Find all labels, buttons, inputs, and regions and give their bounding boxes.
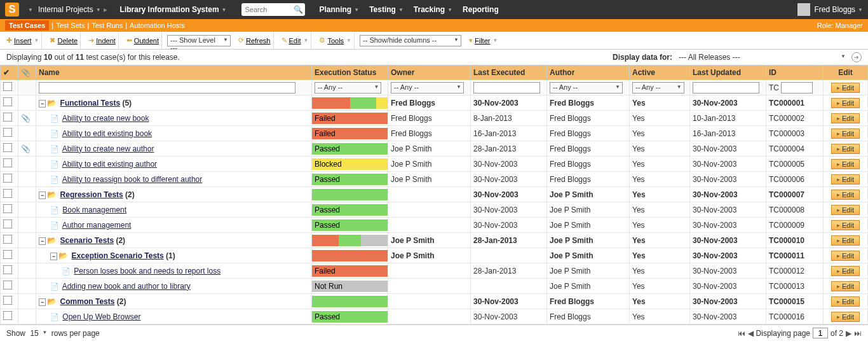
row-name-link[interactable]: Exception Scenario Tests <box>72 251 164 260</box>
row-name-link[interactable]: Common Tests <box>60 297 115 306</box>
row-edit-button[interactable]: Edit <box>831 174 860 184</box>
next-page-icon[interactable]: ▶ <box>846 329 851 338</box>
row-edit-button[interactable]: Edit <box>831 296 860 307</box>
tab-test-cases[interactable]: Test Cases <box>5 20 49 31</box>
delete-button[interactable]: ✖Delete <box>47 32 81 49</box>
row-name-link[interactable]: Ability to reassign book to different au… <box>62 175 203 184</box>
row-checkbox[interactable] <box>3 311 12 320</box>
row-edit-button[interactable]: Edit <box>831 220 860 230</box>
tab-test-runs[interactable]: Test Runs <box>92 22 123 29</box>
row-checkbox[interactable] <box>3 265 12 274</box>
row-edit-button[interactable]: Edit <box>831 266 860 276</box>
row-checkbox[interactable] <box>3 189 12 198</box>
breadcrumb-module[interactable]: Library Information System▼ <box>115 0 232 19</box>
row-checkbox[interactable] <box>3 204 12 213</box>
expander-icon[interactable]: − <box>39 237 46 245</box>
row-edit-button[interactable]: Edit <box>831 281 860 291</box>
row-checkbox[interactable] <box>3 250 12 259</box>
edit-menu[interactable]: ✎Edit▼ <box>279 32 312 49</box>
row-checkbox[interactable] <box>3 174 12 183</box>
row-checkbox[interactable] <box>3 97 12 106</box>
row-edit-button[interactable]: Edit <box>831 159 860 169</box>
col-last-updated[interactable]: Last Updated <box>690 66 766 80</box>
col-check-icon[interactable]: ✔ <box>1 66 18 80</box>
row-edit-button[interactable]: Edit <box>831 98 860 108</box>
row-checkbox[interactable] <box>3 143 12 152</box>
filter-lastupd-input[interactable] <box>693 82 759 94</box>
row-edit-button[interactable]: Edit <box>831 251 860 261</box>
expander-icon[interactable]: − <box>39 191 46 199</box>
tab-test-sets[interactable]: Test Sets <box>56 22 85 29</box>
col-owner[interactable]: Owner <box>388 66 471 80</box>
row-checkbox[interactable] <box>3 219 12 228</box>
filter-lastexec-input[interactable] <box>473 82 540 94</box>
row-edit-button[interactable]: Edit <box>831 113 860 123</box>
row-checkbox[interactable] <box>3 281 12 289</box>
expander-icon[interactable]: − <box>39 298 46 306</box>
tools-menu[interactable]: ⚙Tools▼ <box>316 32 355 49</box>
row-name-link[interactable]: Ability to edit existing book <box>62 129 152 138</box>
row-edit-button[interactable]: Edit <box>831 144 860 154</box>
row-name-link[interactable]: Person loses book and needs to report lo… <box>74 267 220 275</box>
indent-button[interactable]: ➔Indent <box>86 32 119 49</box>
col-author[interactable]: Author <box>547 66 630 80</box>
col-exec-status[interactable]: Execution Status <box>312 66 388 80</box>
prev-page-icon[interactable]: ◀ <box>748 329 754 338</box>
row-edit-button[interactable]: Edit <box>831 312 860 322</box>
col-active[interactable]: Active <box>630 66 690 80</box>
nav-reporting[interactable]: Reporting <box>458 0 504 19</box>
row-name-link[interactable]: Open Up Web Browser <box>62 312 140 321</box>
app-logo[interactable]: S <box>5 3 19 17</box>
filter-edit-button[interactable]: Edit <box>831 83 860 93</box>
search-input[interactable] <box>241 6 292 13</box>
col-id[interactable]: ID <box>766 66 824 80</box>
show-level-select[interactable]: --- Show Level --- <box>167 35 231 46</box>
row-edit-button[interactable]: Edit <box>831 190 860 200</box>
breadcrumb-project[interactable]: Internal Projects▼ ▸ <box>33 0 115 19</box>
nav-testing[interactable]: Testing▼ <box>364 0 409 19</box>
filter-id-input[interactable] <box>781 82 813 94</box>
releases-select[interactable]: --- All Releases --- <box>676 52 848 62</box>
col-name[interactable]: Name <box>36 66 312 80</box>
row-edit-button[interactable]: Edit <box>831 205 860 215</box>
tab-automation-hosts[interactable]: Automation Hosts <box>130 22 185 29</box>
go-icon[interactable]: ➔ <box>851 52 862 62</box>
expander-icon[interactable]: − <box>39 100 46 108</box>
row-name-link[interactable]: Functional Tests <box>60 99 120 108</box>
row-checkbox[interactable] <box>3 296 12 305</box>
select-all-checkbox[interactable] <box>3 82 12 91</box>
row-name-link[interactable]: Ability to edit existing author <box>62 160 157 169</box>
filter-owner-select[interactable]: -- Any -- <box>391 82 464 94</box>
row-checkbox[interactable] <box>3 158 12 167</box>
rows-per-page-select[interactable]: 15 <box>27 328 49 338</box>
row-checkbox[interactable] <box>3 113 12 122</box>
filter-button[interactable]: ▾Filter▼ <box>466 32 500 49</box>
col-attachment-icon[interactable]: 📎 <box>18 66 36 80</box>
row-name-link[interactable]: Ability to create new book <box>62 114 149 123</box>
last-page-icon[interactable]: ⏭ <box>854 329 862 338</box>
row-name-link[interactable]: Ability to create new author <box>62 144 154 153</box>
row-name-link[interactable]: Adding new book and author to library <box>62 282 191 291</box>
row-name-link[interactable]: Scenario Tests <box>60 236 114 245</box>
filter-name-input[interactable] <box>39 82 295 94</box>
refresh-button[interactable]: ⟳Refresh <box>236 32 274 49</box>
row-edit-button[interactable]: Edit <box>831 129 860 139</box>
row-edit-button[interactable]: Edit <box>831 235 860 246</box>
expander-icon[interactable]: − <box>50 253 57 260</box>
user-menu[interactable]: Fred Bloggs▼ <box>797 3 863 16</box>
outdent-button[interactable]: ⬅Outdent <box>124 32 162 49</box>
page-input[interactable] <box>813 328 828 338</box>
first-page-icon[interactable]: ⏮ <box>738 329 745 338</box>
row-name-link[interactable]: Book management <box>62 205 126 214</box>
row-name-link[interactable]: Author management <box>62 221 132 230</box>
nav-planning[interactable]: Planning▼ <box>315 0 365 19</box>
row-checkbox[interactable] <box>3 235 12 244</box>
chevron-down-icon[interactable]: ▼ <box>28 7 33 13</box>
show-hide-columns-select[interactable]: -- Show/hide columns -- <box>360 35 461 46</box>
filter-active-select[interactable]: -- Any -- <box>632 82 684 94</box>
row-name-link[interactable]: Regression Tests <box>60 190 123 199</box>
filter-status-select[interactable]: -- Any -- <box>315 82 381 94</box>
search-icon[interactable]: 🔍 <box>292 5 305 14</box>
col-last-executed[interactable]: Last Executed <box>471 66 547 80</box>
filter-author-select[interactable]: -- Any -- <box>550 82 623 94</box>
